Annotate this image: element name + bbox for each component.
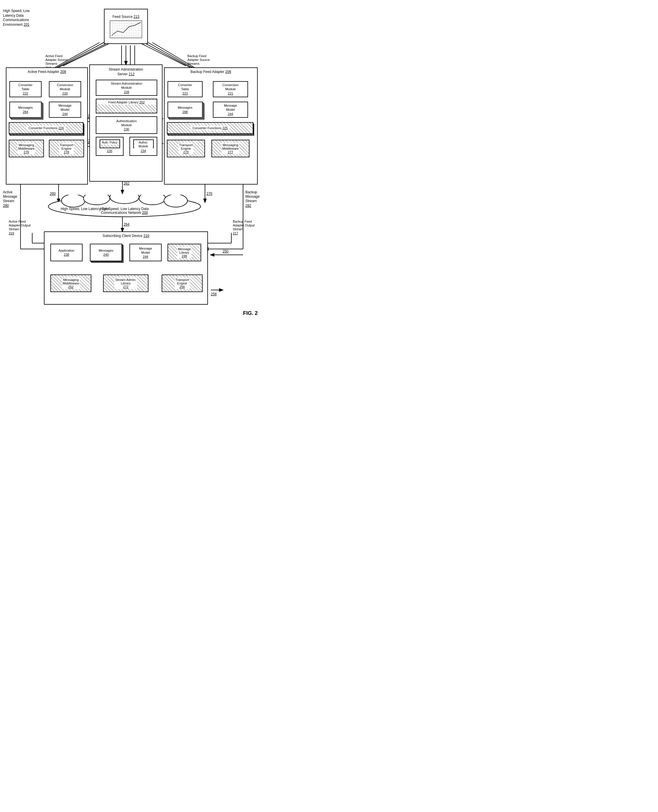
messages-backup-stack: Messages 288	[168, 102, 203, 118]
svg-text:250: 250	[222, 249, 229, 253]
svg-text:262: 262	[124, 181, 129, 185]
svg-text:Backup: Backup	[245, 190, 257, 194]
svg-text:282: 282	[245, 204, 251, 208]
feed-adapter-library-box: Feed Adapter Library 202	[96, 99, 157, 113]
svg-text:Adapter Source: Adapter Source	[45, 58, 67, 61]
messaging-middleware-backup-box: Messaging Middleware 277	[212, 140, 249, 157]
svg-text:Adapter Output: Adapter Output	[233, 224, 255, 227]
converter-functions-active-stack: Converter Functions 224	[9, 122, 83, 134]
svg-text:217: 217	[233, 231, 238, 235]
stream-admin-server-label: Stream Administration Server 212	[90, 67, 162, 77]
environment-label: High Speed, Low Latency Data Communicati…	[3, 9, 41, 27]
conversion-module-active-box: Conversion Module 220	[49, 81, 81, 97]
subscribing-client-label: Subscribing Client Device 210	[44, 234, 207, 238]
feed-source-box: Feed Source 213	[104, 9, 148, 44]
svg-text:258: 258	[211, 292, 217, 296]
stream-admin-server-box: Stream Administration Server 212 Stream …	[89, 64, 163, 182]
svg-text:Backup Feed: Backup Feed	[187, 54, 207, 58]
network-cloud: High Speed, Low Latency Data High Speed,…	[44, 195, 205, 218]
messaging-middleware-active-box: Messaging Middleware 276	[9, 140, 44, 157]
figure-label: FIG. 2	[243, 310, 258, 317]
svg-text:Active Feed: Active Feed	[45, 54, 63, 58]
svg-text:Message: Message	[245, 194, 260, 199]
messages-client-stack: Messages 240	[90, 244, 122, 261]
environment-num: 201	[24, 23, 30, 27]
message-model-active-box: Message Model 244	[49, 102, 81, 118]
diagram: 204 232 226 290 236 269 262 260 270 264	[0, 0, 263, 322]
converter-functions-backup-stack: Converter Functions 225	[167, 122, 253, 134]
svg-line-8	[144, 42, 190, 67]
converter-table-backup-box: Converter Table 223	[168, 81, 203, 97]
svg-line-11	[139, 42, 186, 66]
svg-text:Streams: Streams	[45, 62, 57, 65]
svg-text:Active Feed: Active Feed	[9, 220, 26, 223]
svg-line-4	[59, 42, 108, 67]
svg-text:Stream: Stream	[233, 227, 243, 231]
messaging-middleware-client-box: Messaging Middleware 252	[50, 274, 91, 292]
svg-text:Communications Network 200: Communications Network 200	[101, 211, 148, 215]
svg-text:Adapter Source: Adapter Source	[187, 58, 210, 61]
message-library-box: Message Library 248	[168, 244, 201, 261]
svg-text:Stream: Stream	[3, 199, 14, 203]
stream-admin-module-box: Stream Administration Module 228	[96, 80, 157, 96]
transport-engine-active-box: Transport Engine 278	[49, 140, 84, 157]
converter-table-active-box: Converter Table 222	[9, 81, 42, 97]
feed-source-label: Feed Source 213	[113, 15, 139, 19]
auth-module-box: Authentication Module 230	[96, 116, 157, 134]
subscribing-client-box: Subscribing Client Device 210 Applicatio…	[44, 231, 208, 305]
active-feed-adapter-label: Active Feed Adapter 208	[6, 70, 87, 74]
conversion-module-backup-box: Conversion Module 221	[213, 81, 248, 97]
svg-text:216: 216	[9, 231, 14, 235]
backup-feed-adapter-box: Backup Feed Adapter 206 Converter Table …	[164, 67, 258, 185]
message-model-backup-box: Message Model 244	[213, 102, 248, 118]
svg-point-83	[61, 195, 85, 207]
stream-admin-library-box: Stream Admin. Library 272	[103, 274, 149, 292]
auth-policy-box: Auth. Policy 235	[96, 137, 124, 156]
svg-text:264: 264	[124, 222, 129, 226]
active-feed-adapter-box: Active Feed Adapter 208 Converter Table …	[6, 67, 88, 185]
messages-active-stack: Messages 284	[9, 102, 42, 118]
svg-text:280: 280	[3, 204, 9, 208]
svg-text:Active: Active	[3, 190, 13, 194]
backup-feed-adapter-label: Backup Feed Adapter 206	[164, 70, 257, 74]
svg-text:Message: Message	[3, 194, 17, 199]
author-module-box: Author. Module 234	[129, 137, 157, 156]
transport-engine-backup-box: Transport Engine 279	[167, 140, 205, 157]
svg-point-87	[164, 195, 187, 207]
svg-text:Stream: Stream	[245, 199, 257, 203]
svg-text:High Speed, Low Latency Data: High Speed, Low Latency Data	[100, 207, 149, 211]
application-box: Application 238	[50, 244, 83, 261]
svg-text:Backup Feed: Backup Feed	[233, 220, 252, 223]
svg-text:270: 270	[207, 191, 212, 196]
svg-text:Stream: Stream	[9, 227, 19, 231]
svg-text:Streams: Streams	[187, 62, 199, 65]
transport-engine-client-box: Transport Engine 256	[161, 274, 203, 292]
svg-line-7	[63, 42, 111, 66]
svg-text:Adapter Output: Adapter Output	[9, 224, 31, 227]
message-model-client-box: Message Model 244	[129, 244, 161, 261]
